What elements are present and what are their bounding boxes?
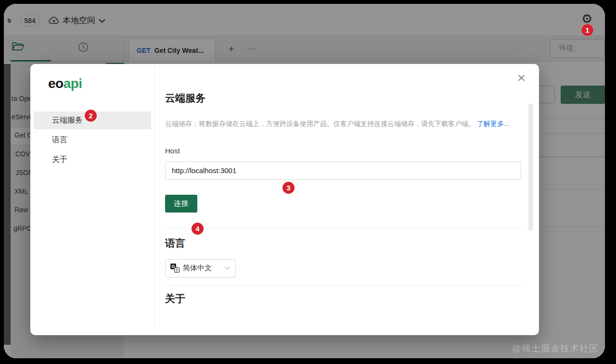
step-annotation-2: 2 xyxy=(85,110,97,122)
close-icon[interactable]: × xyxy=(517,71,526,85)
step-annotation-4: 4 xyxy=(192,223,204,235)
watermark-text: @稀土掘金技术社区 xyxy=(512,342,599,355)
menu-item-label: 语言 xyxy=(52,135,67,145)
step-annotation-3: 3 xyxy=(282,182,295,194)
settings-sidebar: eoapi 云端服务 语言 关于 xyxy=(30,64,155,335)
selected-language-label: 简体中文 xyxy=(183,264,212,273)
section-divider xyxy=(165,286,521,286)
cloud-section-title: 云端服务 xyxy=(165,91,521,105)
menu-item-language[interactable]: 语言 xyxy=(34,131,151,149)
logo-prefix: eo xyxy=(48,76,64,91)
settings-modal: eoapi 云端服务 语言 关于 × 云端服务 云端储存：将数据存储在云端上，方… xyxy=(30,64,539,335)
language-select[interactable]: G 文 简体中文 xyxy=(165,259,236,277)
logo-suffix: api xyxy=(64,76,82,91)
modal-scrollbar-thumb[interactable] xyxy=(528,103,533,231)
description-text: 云端储存：将数据存储在云端上，方便跨设备使用产品。仅客户端支持连接云端储存，请先… xyxy=(165,120,475,127)
learn-more-link[interactable]: 了解更多... xyxy=(477,120,510,127)
about-section-title: 关于 xyxy=(165,292,521,305)
section-divider xyxy=(165,228,521,229)
step-annotation-1: 1 xyxy=(581,24,593,36)
settings-content: × 云端服务 云端储存：将数据存储在云端上，方便跨设备使用产品。仅客户端支持连接… xyxy=(155,64,539,335)
menu-item-label: 云端服务 xyxy=(52,115,83,126)
language-section-title: 语言 xyxy=(165,237,521,250)
host-input-field[interactable]: http://localhost:3001 xyxy=(165,162,521,180)
connect-button[interactable]: 连接 xyxy=(165,195,197,213)
menu-item-label: 关于 xyxy=(52,155,67,165)
eoapi-logo: eoapi xyxy=(48,76,154,91)
menu-item-about[interactable]: 关于 xyxy=(34,151,151,169)
translate-icon: G 文 xyxy=(170,264,180,273)
host-input-value: http://localhost:3001 xyxy=(172,166,236,175)
cloud-section-description: 云端储存：将数据存储在云端上，方便跨设备使用产品。仅客户端支持连接云端储存，请先… xyxy=(165,117,521,130)
host-field-label: Host xyxy=(165,147,521,155)
chevron-down-icon xyxy=(224,266,231,270)
